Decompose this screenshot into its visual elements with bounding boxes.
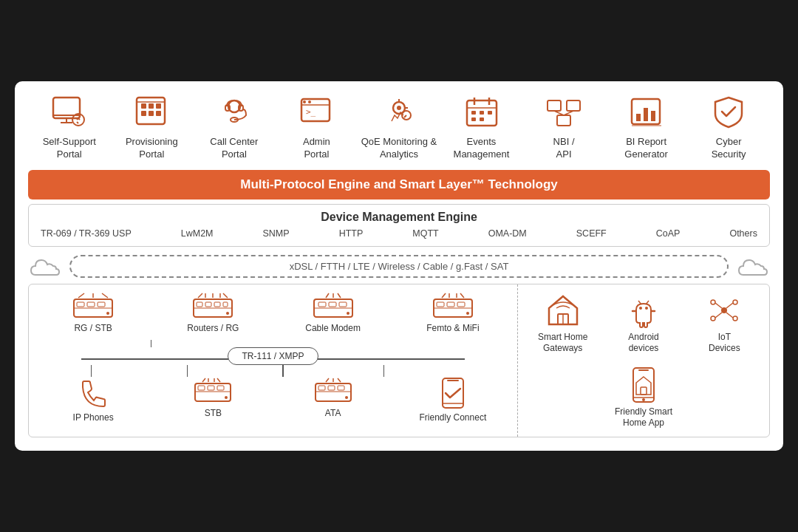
svg-line-71: [326, 293, 329, 298]
tr111-wrapper: TR-111 / XMPP: [33, 347, 513, 369]
svg-rect-11: [156, 103, 161, 109]
portal-qoe-label: QoE Monitoring &Analytics: [361, 136, 437, 161]
svg-line-73: [338, 293, 341, 298]
svg-point-120: [721, 307, 727, 313]
protocol-lwm2m: LwM2M: [181, 228, 214, 239]
svg-rect-37: [488, 111, 492, 115]
svg-point-108: [345, 396, 348, 399]
vline-phones: [91, 365, 92, 377]
svg-line-7: [77, 122, 78, 123]
svg-point-79: [347, 312, 349, 315]
right-devices-bottom-row: Friendly Smart Home App: [522, 366, 765, 429]
portal-provisioning-label: ProvisioningPortal: [126, 136, 178, 161]
cable-modem-icon: [311, 292, 355, 320]
friendly-connect-icon: [440, 377, 466, 409]
network-row: xDSL / FTTH / LTE / Wireless / Cable / g…: [28, 254, 770, 279]
svg-text:>_: >_: [306, 107, 316, 117]
svg-rect-67: [205, 302, 211, 307]
routers-rg-icon: [191, 292, 235, 320]
svg-rect-57: [98, 302, 105, 307]
portal-bi-report-label: BI ReportGenerator: [624, 136, 668, 161]
svg-line-6: [78, 118, 80, 120]
cloud-right-icon: [736, 254, 770, 279]
svg-rect-86: [437, 302, 444, 307]
ip-phones-icon: [77, 377, 109, 409]
device-friendly-smart-home: Friendly Smart Home App: [603, 366, 684, 429]
stb-label: STB: [205, 408, 222, 420]
svg-point-89: [466, 312, 469, 315]
cyber-icon: [709, 95, 748, 130]
femto-mifi-icon: [431, 292, 475, 320]
iot-icon: [706, 292, 743, 329]
qoe-icon: [380, 95, 418, 130]
protocol-oma: OMA-DM: [488, 228, 527, 239]
friendly-smart-home-icon: [630, 366, 657, 403]
portal-qoe: QoE Monitoring &Analytics: [358, 95, 440, 161]
svg-line-30: [404, 115, 406, 117]
android-label: Androiddevices: [628, 332, 658, 355]
call-center-icon: [215, 95, 253, 130]
network-label-text: xDSL / FTTH / LTE / Wireless / Cable / g…: [290, 261, 509, 272]
svg-line-93: [217, 378, 220, 382]
portal-events-label: EventsManagement: [454, 136, 510, 161]
portal-self-support-label: Self-SupportPortal: [43, 136, 96, 161]
svg-point-133: [642, 398, 645, 401]
tr111-section: TR-111 / XMPP: [33, 340, 513, 424]
svg-line-59: [198, 293, 202, 298]
vline-stb: [187, 365, 188, 377]
dme-protocols: TR-069 / TR-369 USP LwM2M SNMP HTTP MQTT…: [41, 228, 757, 239]
svg-rect-66: [197, 302, 202, 307]
svg-point-22: [303, 100, 306, 103]
right-devices-top-row: Smart HomeGateways: [522, 292, 765, 355]
portals-row: Self-SupportPortal ProvisioningPortal: [28, 95, 770, 161]
device-rg-stb: RG / STB: [52, 292, 134, 335]
svg-line-83: [460, 293, 464, 298]
svg-line-127: [715, 313, 722, 318]
svg-rect-55: [77, 302, 84, 307]
svg-rect-96: [198, 386, 205, 390]
svg-rect-69: [223, 302, 228, 307]
svg-rect-47: [644, 108, 648, 121]
svg-rect-97: [208, 386, 214, 390]
svg-line-100: [326, 378, 329, 382]
svg-line-102: [338, 378, 341, 382]
device-femto-mifi: Femto & MiFi: [412, 292, 494, 335]
svg-rect-14: [156, 111, 161, 116]
svg-rect-105: [318, 386, 325, 390]
svg-rect-76: [318, 302, 326, 307]
svg-rect-42: [557, 115, 570, 126]
svg-rect-46: [636, 114, 641, 121]
svg-rect-106: [328, 386, 335, 390]
portal-call-center-label: Call CenterPortal: [210, 136, 258, 161]
svg-rect-9: [141, 103, 146, 109]
svg-rect-48: [651, 111, 655, 121]
svg-point-58: [106, 312, 109, 315]
svg-point-117: [645, 307, 648, 310]
bi-report-icon: [627, 95, 666, 130]
svg-rect-98: [217, 386, 224, 390]
smart-home-icon: [545, 292, 582, 329]
device-friendly-connect: Friendly Connect: [412, 377, 494, 424]
main-container: Self-SupportPortal ProvisioningPortal: [15, 81, 783, 451]
devices-left: RG / STB: [29, 284, 518, 437]
rg-stb-icon: [71, 292, 115, 320]
tr111-label-text: TR-111 / XMPP: [242, 351, 304, 361]
protocol-others: Others: [729, 228, 757, 239]
vline-friendly: [383, 365, 385, 377]
svg-line-90: [202, 378, 205, 382]
tr111-row: TR-111 / XMPP: [33, 347, 513, 369]
protocol-coap: CoAP: [656, 228, 681, 239]
svg-point-99: [225, 396, 228, 399]
svg-rect-107: [338, 386, 344, 390]
rg-stb-label: RG / STB: [74, 323, 112, 335]
svg-line-50: [78, 293, 84, 298]
ata-label: ATA: [325, 408, 341, 420]
nbi-icon: [545, 95, 583, 130]
svg-point-123: [711, 316, 715, 321]
svg-line-125: [715, 303, 722, 308]
protocol-http: HTTP: [339, 228, 364, 239]
device-ip-phones: IP Phones: [52, 377, 134, 424]
svg-rect-12: [141, 111, 146, 116]
device-routers-rg: Routers / RG: [172, 292, 253, 335]
stb-icon: [192, 377, 233, 405]
